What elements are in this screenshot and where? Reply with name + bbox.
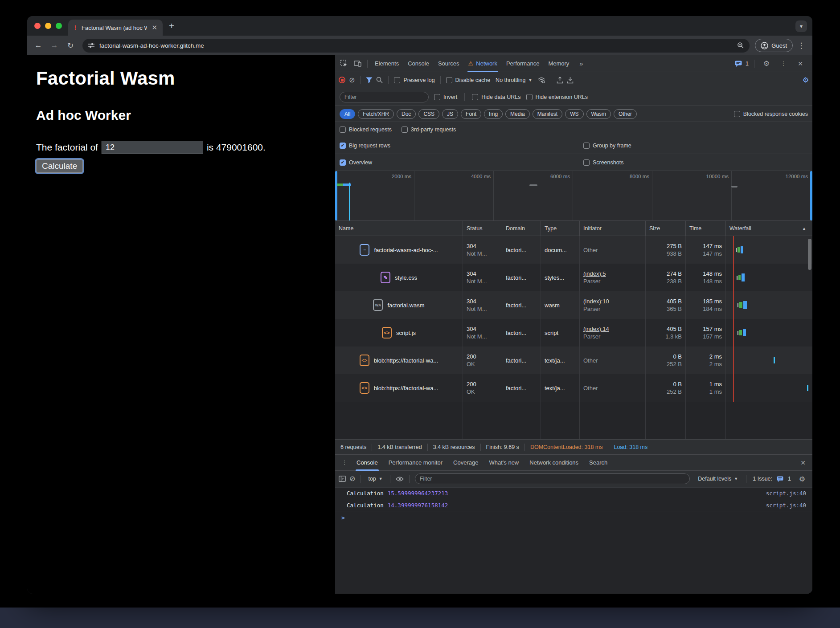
calculate-button[interactable]: Calculate [36,159,83,173]
request-name-cell[interactable]: ≡factorial-wasm-ad-hoc-... [335,236,463,264]
filter-chip-all[interactable]: All [340,109,355,119]
tab-search-button[interactable]: ▾ [795,20,807,32]
column-header-type[interactable]: Type [541,221,580,236]
devtools-menu-icon[interactable]: ⋮ [777,57,790,70]
drawer-menu-icon[interactable]: ⋮ [338,457,351,469]
filter-chip-fetch-xhr[interactable]: Fetch/XHR [358,109,394,119]
devtools-tab-console[interactable]: Console [403,55,434,72]
minimize-window-button[interactable] [45,23,51,29]
drawer-issues-icon[interactable] [777,476,783,482]
drawer-tab-search[interactable]: Search [584,455,613,471]
export-har-icon[interactable] [567,77,574,84]
column-header-domain[interactable]: Domain [502,221,541,236]
factorial-input[interactable] [102,141,203,154]
tab-close-icon[interactable]: ✕ [151,24,158,32]
site-settings-icon[interactable] [88,42,95,49]
devtools-tab-network[interactable]: ⚠Network [464,55,502,72]
devtools-tab-performance[interactable]: Performance [502,55,544,72]
filter-chip-media[interactable]: Media [505,109,530,119]
issues-icon[interactable] [735,61,742,67]
filter-chip-wasm[interactable]: Wasm [586,109,611,119]
search-icon[interactable] [376,77,383,83]
hide-extension-urls-checkbox[interactable]: Hide extension URLs [526,94,588,100]
table-row[interactable]: <>script.js304Not M...factori...script(i… [335,319,812,347]
devtools-tab-sources[interactable]: Sources [434,55,464,72]
column-header-status[interactable]: Status [463,221,502,236]
network-filter-input[interactable] [340,92,429,102]
devtools-tab-memory[interactable]: Memory [544,55,574,72]
log-source-link[interactable]: script.js:40 [766,502,806,509]
console-prompt[interactable]: > [335,511,812,524]
throttling-select[interactable]: No throttling ▼ [494,77,534,83]
hide-data-urls-checkbox[interactable]: Hide data URLs [472,94,520,100]
filter-chip-manifest[interactable]: Manifest [533,109,562,119]
table-row[interactable]: ✎style.css304Not M...factori...styles...… [335,264,812,291]
initiator-link[interactable]: (index):10 [583,298,642,305]
filter-icon[interactable] [366,77,373,83]
profile-button[interactable]: Guest [755,39,793,52]
column-header-time[interactable]: Time [686,221,726,236]
device-toolbar-icon[interactable] [351,57,365,70]
table-scrollbar[interactable] [808,239,811,270]
more-tabs-icon[interactable]: » [574,57,588,70]
table-row[interactable]: <>blob:https://factorial-wa...200OKfacto… [335,374,812,402]
request-name-cell[interactable]: <>blob:https://factorial-wa... [335,347,463,374]
overview-left-handle[interactable] [335,171,337,220]
browser-menu-icon[interactable]: ⋮ [795,39,808,52]
drawer-tab-performance-monitor[interactable]: Performance monitor [383,455,448,471]
preserve-log-checkbox[interactable]: Preserve log [394,77,434,83]
back-icon[interactable]: ← [32,39,45,52]
forward-icon[interactable]: → [48,39,61,52]
filter-chip-css[interactable]: CSS [418,109,439,119]
devtools-settings-icon[interactable]: ⚙ [760,57,773,70]
close-window-button[interactable] [34,23,41,29]
clear-network-log-icon[interactable]: ⊘ [349,77,355,84]
browser-tab[interactable]: ! Factorial Wasm (ad hoc Work ✕ [68,20,163,36]
column-header-size[interactable]: Size [646,221,686,236]
column-header-waterfall[interactable]: Waterfall▲ [726,221,812,236]
initiator-link[interactable]: (index):14 [583,326,642,332]
record-network-log-icon[interactable] [339,77,345,83]
overview-checkbox[interactable]: ✓Overview [340,159,372,166]
filter-chip-js[interactable]: JS [442,109,458,119]
column-header-initiator[interactable]: Initiator [580,221,646,236]
drawer-tab-what-s-new[interactable]: What's new [484,455,524,471]
screenshots-checkbox[interactable]: Screenshots [583,159,623,166]
clear-console-icon[interactable]: ⊘ [349,475,355,482]
console-eye-icon[interactable] [396,476,404,482]
invert-checkbox[interactable]: Invert [434,94,457,100]
address-bar[interactable]: factorial-wasm-ad-hoc-worker.glitch.me [82,39,750,53]
table-row[interactable]: WAfactorial.wasm304Not M...factori...was… [335,291,812,319]
log-source-link[interactable]: script.js:40 [766,490,806,497]
maximize-window-button[interactable] [56,23,62,29]
group-by-frame-checkbox[interactable]: Group by frame [583,143,631,149]
inspect-element-icon[interactable] [337,57,350,70]
devtools-close-icon[interactable]: ✕ [794,57,807,70]
import-har-icon[interactable] [557,77,563,84]
console-sidebar-icon[interactable] [339,476,346,482]
devtools-tab-elements[interactable]: Elements [370,55,403,72]
initiator-link[interactable]: (index):5 [583,270,642,277]
overview-right-handle[interactable] [810,171,812,220]
request-name-cell[interactable]: <>script.js [335,319,463,347]
network-conditions-icon[interactable] [537,77,545,83]
filter-chip-doc[interactable]: Doc [397,109,416,119]
request-name-cell[interactable]: <>blob:https://factorial-wa... [335,374,463,402]
zoom-icon[interactable] [737,42,744,49]
third-party-requests-checkbox[interactable]: 3rd-party requests [402,126,456,133]
filter-chip-img[interactable]: Img [484,109,503,119]
filter-chip-font[interactable]: Font [461,109,481,119]
console-levels-select[interactable]: Default levels▼ [696,476,740,482]
disable-cache-checkbox[interactable]: Disable cache [446,77,491,83]
filter-chip-other[interactable]: Other [614,109,637,119]
console-filter-input[interactable] [415,473,690,484]
big-request-rows-checkbox[interactable]: ✓Big request rows [340,143,390,149]
network-settings-icon[interactable]: ⚙ [803,76,809,84]
drawer-tab-coverage[interactable]: Coverage [448,455,484,471]
issues-link-label[interactable]: 1 Issue: [753,476,772,482]
filter-chip-ws[interactable]: WS [565,109,583,119]
network-overview-timeline[interactable]: 2000 ms4000 ms6000 ms8000 ms10000 ms1200… [335,171,812,221]
table-row[interactable]: ≡factorial-wasm-ad-hoc-...304Not M...fac… [335,236,812,264]
console-context-select[interactable]: top▼ [366,476,384,482]
blocked-response-cookies-checkbox[interactable]: Blocked response cookies [734,111,808,117]
